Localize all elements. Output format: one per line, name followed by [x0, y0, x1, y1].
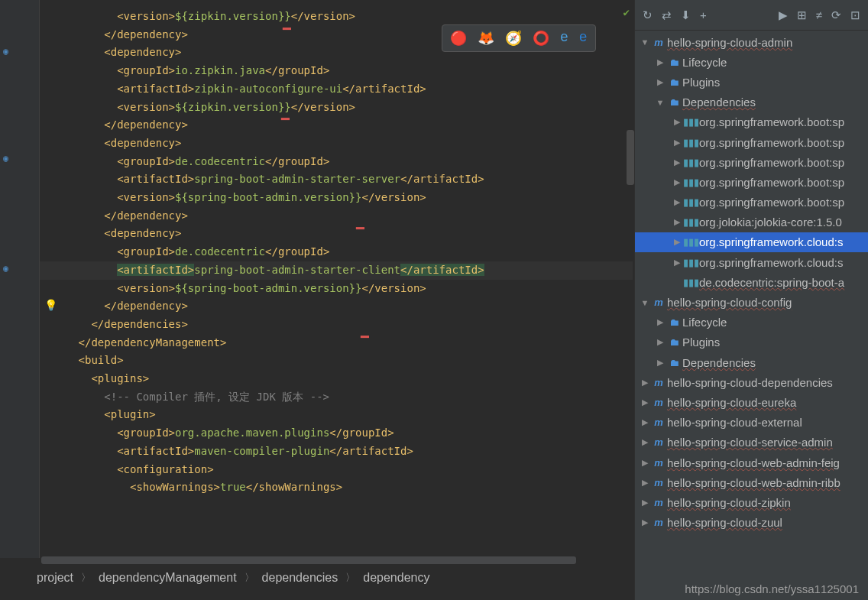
tree-node-label: hello-spring-cloud-config	[667, 296, 792, 309]
marker-icon: ◉	[3, 153, 8, 164]
editor-area[interactable]: ◉ ◉ ◉ 💡 ✔ 🔴 🦊 🧭 ⭕ e e <version>${zipkin.…	[0, 0, 634, 600]
tree-node-label: Lifecycle	[682, 56, 727, 69]
breadcrumb-item[interactable]: dependencies	[262, 571, 338, 585]
breadcrumb-item[interactable]: dependency	[363, 571, 429, 585]
breadcrumb-item[interactable]: dependencyManagement	[99, 571, 237, 585]
tree-node[interactable]: ▶mhello-spring-cloud-dependencies	[635, 372, 868, 392]
expand-arrow-icon[interactable]: ▶	[672, 157, 682, 167]
expand-arrow-icon[interactable]: ▶	[672, 117, 682, 127]
tree-node[interactable]: ▶mhello-spring-cloud-eureka	[635, 392, 868, 412]
tree-node[interactable]: ▶mhello-spring-cloud-zuul	[635, 513, 868, 533]
toolbar-icon[interactable]: ⬇	[681, 8, 691, 22]
tree-node-label: hello-spring-cloud-service-admin	[667, 436, 833, 449]
maven-module-icon: m	[650, 377, 667, 388]
tree-node[interactable]: ▶mhello-spring-cloud-web-admin-ribb	[635, 472, 868, 492]
folder-icon: 🖿	[666, 357, 682, 368]
library-icon: ▮▮▮	[682, 116, 699, 128]
maven-module-icon: m	[650, 436, 667, 448]
toolbar-icon[interactable]: +	[700, 8, 707, 21]
tree-node-label: hello-spring-cloud-external	[667, 416, 802, 429]
toolbar-icon[interactable]: ⟳	[831, 8, 841, 22]
tree-node[interactable]: ▼mhello-spring-cloud-admin	[635, 32, 868, 52]
toolbar-icon[interactable]: ↻	[643, 8, 653, 22]
expand-arrow-icon[interactable]: ▶	[640, 458, 650, 468]
expand-arrow-icon[interactable]: ▶	[640, 378, 650, 388]
expand-arrow-icon[interactable]: ▶	[640, 478, 650, 488]
tree-node-label: hello-spring-cloud-admin	[667, 36, 792, 49]
toolbar-icon[interactable]: ⊡	[850, 8, 860, 22]
maven-toolbar[interactable]: ↻⇄⬇+▶⊞≠⟳⊡	[635, 0, 868, 31]
maven-tool-window[interactable]: ↻⇄⬇+▶⊞≠⟳⊡ ▼mhello-spring-cloud-admin▶🖿Li…	[634, 0, 868, 600]
tree-node[interactable]: ▶▮▮▮org.springframework.cloud:s	[635, 252, 868, 272]
tree-node[interactable]: ▶▮▮▮org.springframework.boot:sp	[635, 132, 868, 152]
toolbar-icon[interactable]: ⇄	[662, 8, 672, 22]
expand-arrow-icon[interactable]: ▶	[655, 337, 666, 347]
expand-arrow-icon[interactable]: ▼	[655, 98, 666, 107]
expand-arrow-icon[interactable]: ▶	[655, 77, 666, 87]
breadcrumb-separator: 〉	[345, 571, 355, 585]
expand-arrow-icon[interactable]: ▶	[655, 57, 666, 67]
tree-node[interactable]: ▶▮▮▮org.jolokia:jolokia-core:1.5.0	[635, 212, 868, 232]
expand-arrow-icon[interactable]: ▶	[640, 498, 650, 508]
expand-arrow-icon[interactable]: ▶	[672, 217, 682, 227]
code-content[interactable]: <version>${zipkin.version}}</version> </…	[40, 8, 633, 497]
expand-arrow-icon[interactable]: ▶	[672, 138, 682, 148]
vertical-scrollbar[interactable]	[627, 130, 634, 185]
breadcrumb-separator: 〉	[245, 571, 254, 585]
tree-node[interactable]: ▶▮▮▮org.springframework.boot:sp	[635, 172, 868, 192]
tree-node[interactable]: ▮▮▮de.codecentric:spring-boot-a	[635, 272, 868, 292]
expand-arrow-icon[interactable]: ▶	[655, 358, 666, 368]
maven-module-icon: m	[650, 517, 667, 528]
tree-node[interactable]: ▼mhello-spring-cloud-config	[635, 292, 868, 312]
tree-node[interactable]: ▶mhello-spring-cloud-web-admin-feig	[635, 452, 868, 472]
library-icon: ▮▮▮	[682, 277, 699, 288]
expand-arrow-icon[interactable]: ▼	[640, 298, 650, 307]
tree-node-label: hello-spring-cloud-zuul	[667, 516, 782, 529]
tree-node[interactable]: ▶mhello-spring-cloud-external	[635, 413, 868, 433]
tree-node[interactable]: ▶🖿Lifecycle	[635, 313, 868, 332]
tree-node[interactable]: ▼🖿Dependencies	[635, 92, 868, 112]
horizontal-scrollbar[interactable]	[41, 556, 576, 564]
project-tree[interactable]: ▼mhello-spring-cloud-admin▶🖿Lifecycle▶🖿P…	[635, 31, 868, 533]
tree-node-label: org.springframework.boot:sp	[699, 136, 844, 149]
folder-icon: 🖿	[666, 316, 682, 328]
folder-icon: 🖿	[666, 57, 682, 68]
watermark: https://blog.csdn.net/yssa1125001	[685, 582, 859, 595]
expand-arrow-icon[interactable]: ▶	[672, 258, 682, 268]
maven-module-icon: m	[650, 477, 667, 488]
expand-arrow-icon[interactable]: ▶	[640, 437, 650, 447]
expand-arrow-icon[interactable]: ▶	[640, 517, 650, 527]
marker-icon: ◉	[3, 46, 8, 57]
tree-node[interactable]: ▶▮▮▮org.springframework.cloud:s	[635, 232, 868, 252]
tree-node[interactable]: ▶mhello-spring-cloud-zipkin	[635, 492, 868, 512]
tree-node[interactable]: ▶🖿Plugins	[635, 332, 868, 352]
toolbar-icon[interactable]: ▶	[779, 8, 788, 22]
tree-node-label: Lifecycle	[682, 316, 727, 329]
expand-arrow-icon[interactable]: ▶	[655, 317, 666, 327]
tree-node[interactable]: ▶🖿Dependencies	[635, 352, 868, 372]
expand-arrow-icon[interactable]: ▶	[640, 417, 650, 427]
tree-node-label: org.jolokia:jolokia-core:1.5.0	[699, 216, 842, 229]
annotation-mark: ━	[361, 329, 369, 345]
tree-node[interactable]: ▶▮▮▮org.springframework.boot:sp	[635, 193, 868, 212]
tree-node[interactable]: ▶mhello-spring-cloud-service-admin	[635, 433, 868, 452]
expand-arrow-icon[interactable]: ▶	[640, 397, 650, 407]
expand-arrow-icon[interactable]: ▶	[672, 177, 682, 187]
tree-node[interactable]: ▶🖿Lifecycle	[635, 52, 868, 72]
tree-node-label: hello-spring-cloud-zipkin	[667, 496, 791, 509]
toolbar-icon[interactable]: ≠	[816, 8, 822, 21]
expand-arrow-icon[interactable]: ▼	[640, 37, 650, 47]
maven-module-icon: m	[650, 297, 667, 308]
breadcrumb-item[interactable]: project	[37, 571, 73, 585]
tree-node-label: hello-spring-cloud-dependencies	[667, 376, 833, 389]
tree-node-label: Dependencies	[682, 356, 756, 369]
breadcrumb[interactable]: project〉dependencyManagement〉dependencie…	[37, 571, 429, 585]
folder-icon: 🖿	[666, 96, 682, 108]
toolbar-icon[interactable]: ⊞	[797, 8, 807, 22]
tree-node[interactable]: ▶🖿Plugins	[635, 72, 868, 92]
editor-gutter: ◉ ◉ ◉	[0, 0, 40, 558]
expand-arrow-icon[interactable]: ▶	[672, 197, 682, 207]
tree-node[interactable]: ▶▮▮▮org.springframework.boot:sp	[635, 112, 868, 132]
expand-arrow-icon[interactable]: ▶	[672, 237, 682, 247]
tree-node[interactable]: ▶▮▮▮org.springframework.boot:sp	[635, 152, 868, 172]
